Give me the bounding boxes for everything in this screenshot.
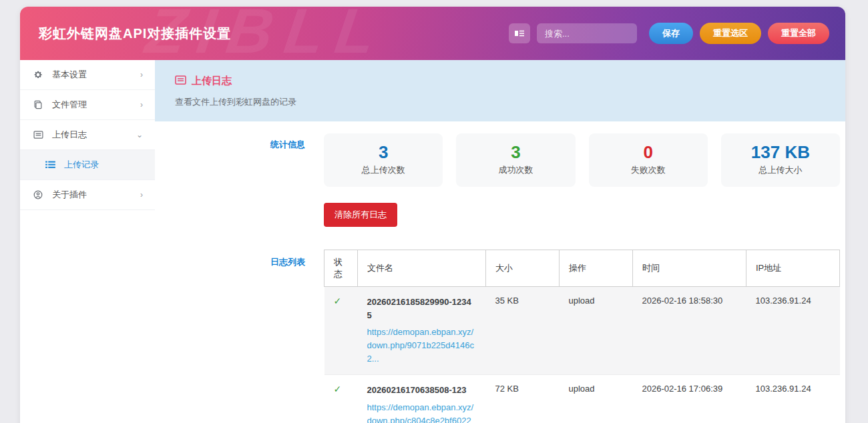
sidebar-item-label: 上传日志 (52, 129, 136, 141)
stat-cards: 3总上传次数3成功次数0失败次数137 KB总上传大小 (324, 133, 840, 187)
chevron-icon: › (140, 70, 143, 79)
user-icon (33, 189, 44, 200)
column-header: 状态 (324, 250, 358, 287)
save-button[interactable]: 保存 (649, 23, 693, 44)
file-name: 20260216185829990-12345 (367, 296, 474, 322)
column-header: IP地址 (746, 250, 840, 287)
stat-label: 成功次数 (456, 164, 575, 176)
file-size: 35 KB (486, 287, 560, 375)
stat-label: 总上传大小 (721, 164, 840, 176)
stat-value: 3 (456, 142, 575, 162)
settings-panel: ZIBLL 彩虹外链网盘API对接插件设置 保存 重置选区 重置全部 基本设置›… (20, 7, 845, 423)
header-actions: 保存 重置选区 重置全部 (509, 23, 845, 44)
success-check-icon: ✓ (334, 296, 342, 306)
sidebar-item-label: 上传记录 (64, 159, 143, 171)
list-icon (45, 159, 56, 170)
reset-selection-button[interactable]: 重置选区 (700, 23, 761, 44)
stat-value: 3 (324, 142, 443, 162)
section-title-row: 上传日志 (175, 75, 832, 87)
log-list-row: 日志列表 状态文件名大小操作时间IP地址 ✓20260216185829990-… (155, 250, 845, 423)
stats-label: 统计信息 (155, 133, 324, 227)
clear-logs-button[interactable]: 清除所有日志 (324, 203, 397, 227)
log-list-label: 日志列表 (155, 250, 324, 423)
card-icon (33, 129, 44, 140)
stat-label: 失败次数 (589, 164, 708, 176)
stat-card: 3成功次数 (456, 133, 575, 187)
copy-icon (33, 99, 44, 110)
file-link[interactable]: https://demopan.ebpan.xyz/down.php/c804c… (367, 401, 475, 423)
column-header: 文件名 (358, 250, 486, 287)
menu-list-icon[interactable] (509, 23, 530, 43)
section-title: 上传日志 (192, 75, 232, 87)
table-row: ✓20260216170638508-123https://demopan.eb… (324, 375, 840, 423)
reset-all-button[interactable]: 重置全部 (768, 23, 829, 44)
sidebar-item-2[interactable]: 上传日志⌄ (20, 120, 155, 150)
column-header: 操作 (560, 250, 633, 287)
gear-icon (33, 69, 44, 80)
upload-time: 2026-02-16 18:58:30 (633, 287, 746, 375)
header: ZIBLL 彩虹外链网盘API对接插件设置 保存 重置选区 重置全部 (20, 7, 845, 60)
stat-card: 3总上传次数 (324, 133, 443, 187)
stat-card: 0失败次数 (589, 133, 708, 187)
ip-address: 103.236.91.24 (746, 375, 840, 423)
success-check-icon: ✓ (334, 384, 342, 394)
sidebar-item-4[interactable]: 关于插件› (20, 180, 155, 210)
sidebar-item-label: 文件管理 (52, 99, 140, 111)
operation: upload (560, 287, 633, 375)
chevron-icon: › (140, 100, 143, 109)
sidebar-item-label: 关于插件 (52, 189, 140, 201)
main-content: 上传日志 查看文件上传到彩虹网盘的记录 统计信息 3总上传次数3成功次数0失败次… (155, 60, 845, 423)
file-size: 72 KB (486, 375, 560, 423)
column-header: 大小 (486, 250, 560, 287)
section-subtitle: 查看文件上传到彩虹网盘的记录 (175, 96, 832, 108)
page-title: 彩虹外链网盘API对接插件设置 (20, 25, 231, 43)
stats-row: 统计信息 3总上传次数3成功次数0失败次数137 KB总上传大小 清除所有日志 (155, 133, 845, 227)
sidebar-item-3[interactable]: 上传记录 (20, 150, 155, 180)
sidebar-item-0[interactable]: 基本设置› (20, 60, 155, 90)
operation: upload (560, 375, 633, 423)
log-table: 状态文件名大小操作时间IP地址 ✓20260216185829990-12345… (324, 250, 840, 423)
file-name: 20260216170638508-123 (367, 384, 474, 397)
stat-value: 137 KB (721, 142, 840, 162)
column-header: 时间 (633, 250, 746, 287)
stat-value: 0 (589, 142, 708, 162)
log-table-header: 状态文件名大小操作时间IP地址 (324, 250, 840, 287)
section-banner: 上传日志 查看文件上传到彩虹网盘的记录 (155, 60, 845, 121)
stat-label: 总上传次数 (324, 164, 443, 176)
sidebar: 基本设置›文件管理›上传日志⌄上传记录关于插件› (20, 60, 155, 423)
chevron-icon: › (140, 190, 143, 199)
ip-address: 103.236.91.24 (746, 287, 840, 375)
sidebar-item-1[interactable]: 文件管理› (20, 90, 155, 120)
stat-card: 137 KB总上传大小 (721, 133, 840, 187)
search-input[interactable] (537, 23, 637, 43)
file-link[interactable]: https://demopan.ebpan.xyz/down.php/9071b… (367, 326, 475, 366)
upload-time: 2026-02-16 17:06:39 (633, 375, 746, 423)
sidebar-item-label: 基本设置 (52, 69, 140, 81)
chevron-icon: ⌄ (136, 130, 143, 139)
upload-log-icon (175, 75, 186, 87)
table-row: ✓20260216185829990-12345https://demopan.… (324, 287, 840, 375)
